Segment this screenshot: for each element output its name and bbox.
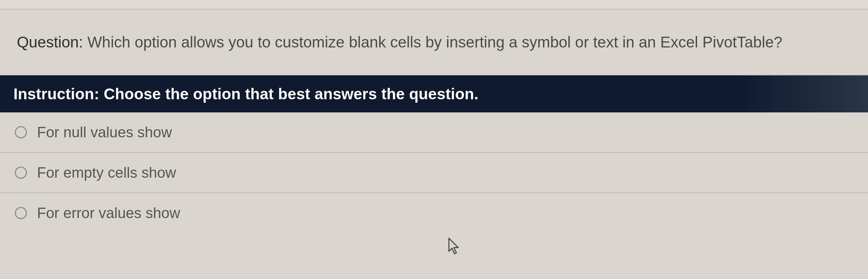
radio-icon[interactable] — [15, 166, 27, 179]
option-null-values[interactable]: For null values show — [0, 113, 868, 153]
option-empty-cells[interactable]: For empty cells show — [0, 153, 868, 193]
option-label: For error values show — [37, 205, 180, 221]
radio-icon[interactable] — [15, 207, 27, 219]
question-label: Question: — [17, 33, 83, 51]
top-divider — [0, 0, 868, 9]
option-label: For empty cells show — [37, 164, 176, 181]
cursor-icon — [447, 238, 462, 256]
quiz-container: Question: Which option allows you to cus… — [0, 0, 868, 233]
question-row: Question: Which option allows you to cus… — [0, 9, 868, 75]
radio-icon[interactable] — [15, 126, 27, 138]
instruction-bar: Instruction: Choose the option that best… — [0, 75, 868, 113]
instruction-label: Instruction: — [13, 85, 104, 103]
option-error-values[interactable]: For error values show — [0, 193, 868, 233]
option-label: For null values show — [37, 124, 172, 141]
instruction-text: Choose the option that best answers the … — [104, 85, 478, 103]
question-text: Which option allows you to customize bla… — [83, 33, 782, 51]
